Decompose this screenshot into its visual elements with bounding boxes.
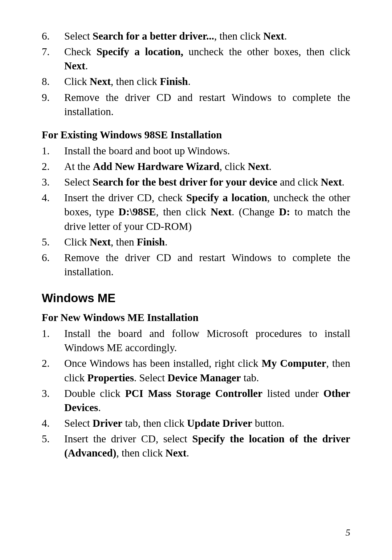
list-text: Insert the driver CD, check Specify a lo… [64,191,350,233]
list-text: Insert the driver CD, select Specify the… [64,432,350,460]
list-number: 2. [42,356,64,385]
list-item: 7. Check Specify a location, uncheck the… [42,45,350,73]
list-number: 2. [42,159,64,174]
list-item: 2. At the Add New Hardware Wizard, click… [42,159,350,174]
list-number: 5. [42,432,64,460]
list-text: At the Add New Hardware Wizard, click Ne… [64,159,350,174]
list-text: Click Next, then Finish. [64,235,350,249]
heading-windows-me: Windows ME [42,291,350,305]
list-text: Double click PCI Mass Storage Controller… [64,386,350,415]
list-text: Install the board and boot up Windows. [64,144,350,158]
list-item: 1. Install the board and follow Microsof… [42,326,350,355]
list-item: 5. Insert the driver CD, select Specify … [42,432,350,460]
heading-new-me-install: For New Windows ME Installation [42,312,350,324]
list-text: Check Specify a location, uncheck the ot… [64,45,350,73]
list-text: Select Search for a better driver..., th… [64,29,350,43]
list-number: 4. [42,416,64,430]
list-item: 4. Insert the driver CD, check Specify a… [42,191,350,233]
list-number: 5. [42,235,64,249]
heading-existing-98se: For Existing Windows 98SE Installation [42,129,350,141]
list-number: 3. [42,386,64,415]
list-item: 5. Click Next, then Finish. [42,235,350,249]
section-2-list: 1. Install the board and boot up Windows… [42,144,350,279]
list-item: 1. Install the board and boot up Windows… [42,144,350,158]
list-number: 6. [42,29,64,43]
list-item: 2. Once Windows has been installed, righ… [42,356,350,385]
list-item: 9. Remove the driver CD and restart Wind… [42,90,350,119]
list-text: Select Search for the best driver for yo… [64,175,350,189]
list-text: Remove the driver CD and restart Windows… [64,90,350,119]
list-number: 7. [42,45,64,73]
list-number: 8. [42,74,64,89]
list-text: Remove the driver CD and restart Windows… [64,251,350,279]
section-1-list: 6. Select Search for a better driver...,… [42,29,350,119]
list-item: 6. Select Search for a better driver...,… [42,29,350,43]
list-text: Click Next, then click Finish. [64,74,350,89]
page-number: 5 [346,527,350,538]
list-number: 3. [42,175,64,189]
list-number: 1. [42,144,64,158]
list-text: Install the board and follow Microsoft p… [64,326,350,355]
list-number: 4. [42,191,64,233]
section-3-list: 1. Install the board and follow Microsof… [42,326,350,460]
list-item: 3. Double click PCI Mass Storage Control… [42,386,350,415]
list-item: 8. Click Next, then click Finish. [42,74,350,89]
list-item: 6. Remove the driver CD and restart Wind… [42,251,350,279]
list-number: 9. [42,90,64,119]
list-text: Select Driver tab, then click Update Dri… [64,416,350,430]
list-number: 6. [42,251,64,279]
list-text: Once Windows has been installed, right c… [64,356,350,385]
list-number: 1. [42,326,64,355]
list-item: 4. Select Driver tab, then click Update … [42,416,350,430]
list-item: 3. Select Search for the best driver for… [42,175,350,189]
